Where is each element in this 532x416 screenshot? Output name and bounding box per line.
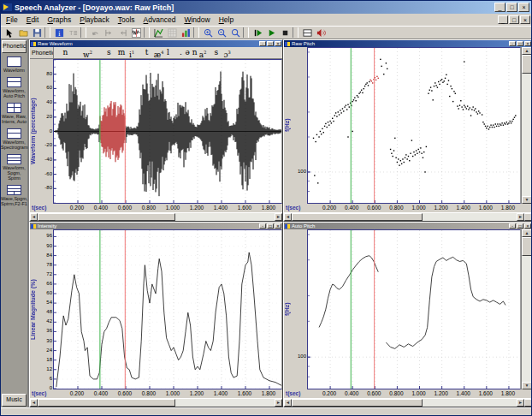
vertical-scrollbar[interactable]: ▲▼ bbox=[521, 47, 532, 204]
window-layout-button[interactable] bbox=[300, 27, 314, 39]
tab-music[interactable]: Music bbox=[2, 394, 27, 407]
vscroll-track[interactable] bbox=[522, 237, 532, 382]
segment-next-button[interactable] bbox=[115, 27, 129, 39]
hscroll-track[interactable] bbox=[292, 213, 517, 221]
hscroll-thumb[interactable] bbox=[38, 213, 175, 221]
horizontal-scrollbar[interactable]: ◄► bbox=[30, 212, 282, 221]
horizontal-scrollbar[interactable]: ◄► bbox=[284, 212, 532, 221]
open-file-button[interactable] bbox=[16, 27, 30, 39]
graph-restore-button[interactable]: □ bbox=[267, 223, 274, 229]
phonetic-segment[interactable]: n bbox=[192, 47, 198, 58]
spectrogram-graph-button[interactable] bbox=[179, 27, 192, 39]
graph-close-button[interactable]: × bbox=[524, 41, 531, 46]
phonetic-segment[interactable]: . bbox=[180, 47, 182, 58]
preset-wave-raw-intens-auto[interactable]: Wave, Raw,Intens, Auto bbox=[1, 100, 27, 126]
phonetic-track[interactable]: nw2smi1tæ4l.əna2sɔ3 bbox=[53, 47, 282, 58]
phonetic-segment[interactable]: s bbox=[107, 47, 111, 58]
scroll-down-button[interactable]: ▼ bbox=[522, 382, 532, 389]
graph-minimize-button[interactable]: - bbox=[509, 41, 516, 46]
graph-titlebar[interactable]: Raw Pitch-□× bbox=[284, 40, 532, 47]
preset-waveform-spgm-sptrm[interactable]: Waveform,Spgm, Sptrm bbox=[1, 152, 27, 182]
scroll-right-button[interactable]: ► bbox=[275, 399, 282, 407]
plot-area-raw-pitch[interactable] bbox=[307, 47, 521, 204]
scroll-left-button[interactable]: ◄ bbox=[284, 213, 292, 221]
graph-restore-button[interactable]: □ bbox=[267, 41, 274, 46]
graph-restore-button[interactable]: □ bbox=[517, 223, 523, 229]
preset-wave-spgm-sptrm-f2-f1[interactable]: Wave,Spgm,Sptrm,F2-F1 bbox=[1, 182, 27, 208]
phonetic-segment[interactable]: l bbox=[167, 47, 169, 58]
phonetic-segment[interactable]: s bbox=[215, 47, 219, 58]
menu-tools[interactable]: Tools bbox=[114, 15, 139, 25]
scroll-right-button[interactable]: ► bbox=[517, 399, 524, 407]
scroll-left-button[interactable]: ◄ bbox=[284, 399, 292, 407]
save-file-button[interactable] bbox=[30, 27, 44, 39]
horizontal-scrollbar[interactable]: ◄► bbox=[30, 398, 282, 407]
stop-button[interactable] bbox=[278, 27, 292, 39]
waveform-graph-button[interactable] bbox=[129, 27, 143, 39]
phonetic-segment[interactable]: m bbox=[118, 47, 126, 58]
plot-area-auto-pitch[interactable] bbox=[307, 229, 521, 389]
vscroll-thumb[interactable] bbox=[522, 237, 532, 256]
scroll-up-button[interactable]: ▲ bbox=[522, 47, 532, 55]
close-button[interactable]: × bbox=[518, 3, 529, 12]
scroll-down-button[interactable]: ▼ bbox=[522, 196, 532, 204]
phonetic-segment[interactable]: t bbox=[145, 47, 149, 58]
minimize-button[interactable]: _ bbox=[494, 3, 505, 12]
hscroll-track[interactable] bbox=[38, 399, 275, 407]
preset-waveform-auto-pitch[interactable]: Waveform,Auto Pitch bbox=[1, 74, 27, 100]
graph-titlebar[interactable]: Auto Pitch-□× bbox=[284, 223, 532, 229]
scroll-left-button[interactable]: ◄ bbox=[30, 213, 38, 221]
play-button[interactable] bbox=[264, 27, 278, 39]
graph-close-button[interactable]: × bbox=[524, 223, 531, 229]
hscroll-track[interactable] bbox=[38, 213, 275, 221]
menu-help[interactable]: Help bbox=[215, 15, 238, 25]
scroll-right-button[interactable]: ► bbox=[275, 213, 282, 221]
child-minimize-button[interactable]: _ bbox=[498, 15, 508, 24]
segment-previous-button[interactable] bbox=[102, 27, 115, 39]
menu-window[interactable]: Window bbox=[180, 15, 214, 25]
vscroll-thumb[interactable] bbox=[522, 55, 532, 74]
graph-titlebar[interactable]: Raw Waveform-□× bbox=[30, 40, 282, 47]
zoom-full-button[interactable] bbox=[228, 27, 242, 39]
graph-restore-button[interactable]: □ bbox=[517, 41, 523, 46]
preset-waveform-spectrogram[interactable]: Waveform,Spectrogram bbox=[1, 126, 27, 152]
preset-waveform[interactable]: Waveform bbox=[1, 54, 27, 74]
menu-edit[interactable]: Edit bbox=[22, 15, 44, 25]
phonetic-segment[interactable]: n bbox=[62, 47, 68, 58]
vertical-scrollbar[interactable]: ▲▼ bbox=[521, 229, 532, 389]
graph-minimize-button[interactable]: - bbox=[509, 223, 516, 229]
hscroll-thumb[interactable] bbox=[292, 213, 423, 221]
restore-button[interactable]: □ bbox=[506, 3, 517, 12]
zoom-out-button[interactable] bbox=[215, 27, 228, 39]
scroll-left-button[interactable]: ◄ bbox=[30, 399, 38, 407]
child-close-button[interactable]: × bbox=[520, 15, 530, 24]
phonetic-segment[interactable]: ə bbox=[186, 47, 190, 58]
transcription-editor-button[interactable]: T bbox=[66, 27, 80, 39]
plot-area-intensity[interactable] bbox=[53, 229, 282, 389]
menu-graphs[interactable]: Graphs bbox=[43, 15, 75, 25]
vscroll-track[interactable] bbox=[522, 55, 532, 196]
graph-titlebar[interactable]: Intensity-□× bbox=[30, 223, 282, 229]
graph-minimize-button[interactable]: - bbox=[259, 223, 266, 229]
play-between-cursors-button[interactable] bbox=[251, 27, 264, 39]
scroll-right-button[interactable]: ► bbox=[517, 213, 524, 221]
file-information-button[interactable]: i bbox=[52, 27, 66, 39]
hscroll-track[interactable] bbox=[292, 399, 517, 407]
graph-minimize-button[interactable]: - bbox=[259, 41, 266, 46]
menu-playback[interactable]: Playback bbox=[75, 15, 114, 25]
spectrum-graph-button[interactable] bbox=[165, 27, 179, 39]
graph-close-button[interactable]: × bbox=[275, 41, 281, 46]
select-tool-button[interactable] bbox=[3, 27, 16, 39]
hscroll-thumb[interactable] bbox=[38, 399, 175, 407]
graph-close-button[interactable]: × bbox=[275, 223, 281, 229]
record-button[interactable] bbox=[314, 27, 328, 39]
hscroll-thumb[interactable] bbox=[292, 399, 423, 407]
undo-button[interactable] bbox=[88, 27, 102, 39]
zoom-in-button[interactable] bbox=[201, 27, 215, 39]
menu-advanced[interactable]: Advanced bbox=[139, 15, 180, 25]
plot-area-raw-waveform[interactable] bbox=[53, 59, 282, 204]
menu-file[interactable]: File bbox=[2, 15, 22, 25]
title-bar[interactable]: Speech Analyzer - [Doyayo.wav: Raw Pitch… bbox=[1, 1, 531, 14]
child-restore-button[interactable]: □ bbox=[509, 15, 519, 24]
pitch-graph-button[interactable] bbox=[151, 27, 165, 39]
